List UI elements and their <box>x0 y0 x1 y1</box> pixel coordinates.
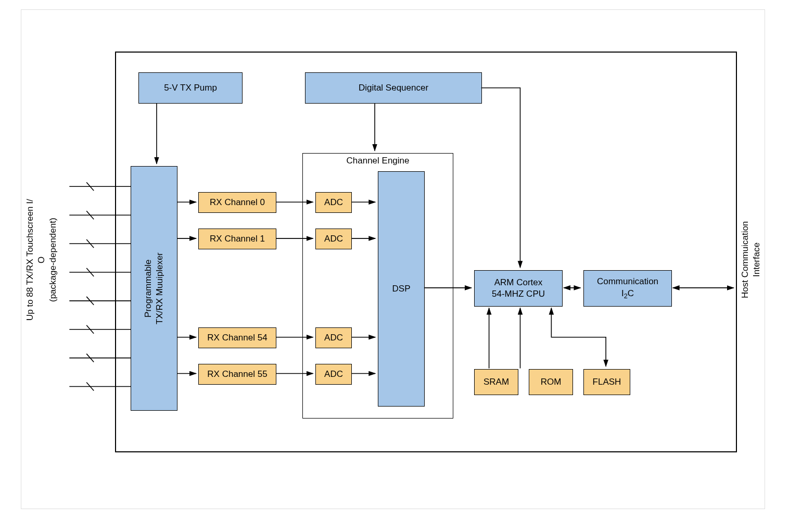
comm-block: Communication I2C <box>583 270 672 307</box>
adc-54-block: ADC <box>315 327 352 348</box>
dsp-block: DSP <box>378 171 425 407</box>
adc-1-label: ADC <box>324 233 343 245</box>
adc-0-block: ADC <box>315 192 352 213</box>
rom-block: ROM <box>529 369 573 395</box>
channel-engine-text: Channel Engine <box>347 156 410 166</box>
dsp-label: DSP <box>392 283 411 295</box>
rx-channel-54-block: RX Channel 54 <box>198 327 276 348</box>
svg-line-23 <box>86 239 94 248</box>
comm-label-2: I2C <box>621 288 634 301</box>
cpu-label-1: ARM Cortex <box>494 277 543 288</box>
rx-channel-0-block: RX Channel 0 <box>198 192 276 213</box>
svg-line-19 <box>86 182 94 191</box>
sram-label: SRAM <box>483 376 509 388</box>
left-io-text: Up to 88 TX/RX Touchscreen I/ O (package… <box>25 199 58 321</box>
comm-i2c-2: 2 <box>624 292 628 300</box>
svg-line-27 <box>86 297 94 305</box>
cpu-label-2: 54-MHZ CPU <box>492 288 545 300</box>
adc-54-label: ADC <box>324 332 343 344</box>
digital-sequencer-label: Digital Sequencer <box>359 82 428 94</box>
mux-block: Programmable TX/RX Muuiplexer <box>131 166 177 411</box>
rx-channel-1-label: RX Channel 1 <box>210 233 265 245</box>
rom-label: ROM <box>541 376 562 388</box>
rx-channel-54-label: RX Channel 54 <box>207 332 267 344</box>
left-io-label: Up to 88 TX/RX Touchscreen I/ O (package… <box>24 166 59 353</box>
svg-line-31 <box>86 354 94 362</box>
tx-pump-block: 5-V TX Pump <box>138 72 243 104</box>
channel-engine-label: Channel Engine <box>302 156 453 166</box>
svg-line-25 <box>86 268 94 276</box>
cpu-block: ARM Cortex 54-MHZ CPU <box>474 270 563 307</box>
mux-label: Programmable TX/RX Muuiplexer <box>143 252 166 324</box>
adc-1-block: ADC <box>315 229 352 249</box>
right-io-text: Host Commuication Interface <box>740 221 761 298</box>
digital-sequencer-block: Digital Sequencer <box>305 72 482 104</box>
svg-line-29 <box>86 325 94 334</box>
tx-pump-label: 5-V TX Pump <box>164 82 217 94</box>
adc-55-label: ADC <box>324 369 343 380</box>
rx-channel-55-label: RX Channel 55 <box>207 369 267 380</box>
outer-frame: Up to 88 TX/RX Touchscreen I/ O (package… <box>21 9 765 509</box>
right-io-label: Host Commuication Interface <box>740 208 762 312</box>
comm-label-1: Communication <box>597 276 658 287</box>
rx-channel-55-block: RX Channel 55 <box>198 364 276 385</box>
flash-block: FLASH <box>583 369 630 395</box>
svg-line-33 <box>86 383 94 391</box>
rx-channel-1-block: RX Channel 1 <box>198 229 276 249</box>
comm-i2c-c: C <box>628 288 634 298</box>
svg-line-21 <box>86 211 94 219</box>
adc-55-block: ADC <box>315 364 352 385</box>
sram-block: SRAM <box>474 369 518 395</box>
flash-label: FLASH <box>593 376 621 388</box>
rx-channel-0-label: RX Channel 0 <box>210 197 265 208</box>
adc-0-label: ADC <box>324 197 343 208</box>
